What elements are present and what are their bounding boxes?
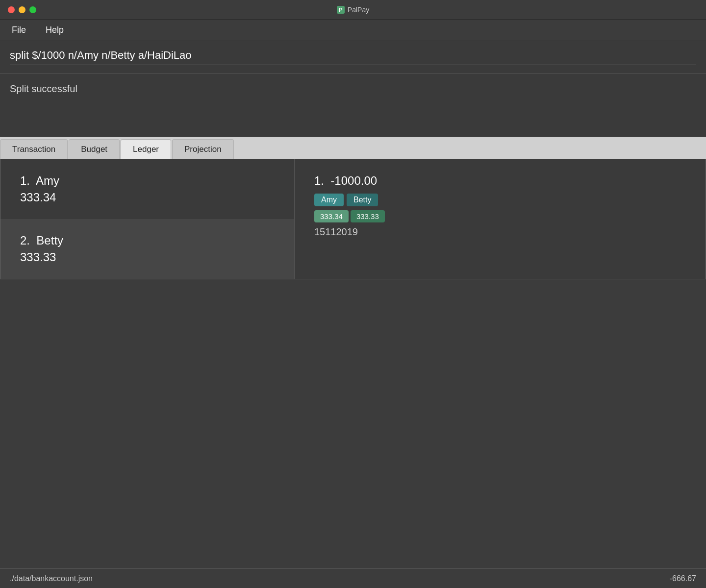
tab-transaction[interactable]: Transaction <box>0 139 68 159</box>
status-bar: ./data/bankaccount.json -666.67 <box>0 568 706 588</box>
tab-budget[interactable]: Budget <box>69 139 120 159</box>
person-2-label: 2. Betty <box>20 234 275 247</box>
app-icon: P <box>337 6 345 14</box>
amounts-row: 333.34 333.33 <box>314 210 686 222</box>
tabs-container: Transaction Budget Ledger Projection <box>0 137 706 159</box>
split-amount-amy: 333.34 <box>314 210 349 222</box>
transaction-date: 15112019 <box>314 226 686 238</box>
person-2-amount: 333.33 <box>20 250 275 264</box>
tab-ledger[interactable]: Ledger <box>121 139 171 159</box>
status-balance: -666.67 <box>670 574 696 583</box>
menu-file[interactable]: File <box>8 23 30 37</box>
status-filepath: ./data/bankaccount.json <box>10 574 93 583</box>
split-amount-betty: 333.33 <box>351 210 385 222</box>
close-button[interactable] <box>8 6 15 13</box>
person-card-amy: 1. Amy 333.34 <box>0 159 294 219</box>
tab-projection[interactable]: Projection <box>172 139 234 159</box>
minimize-button[interactable] <box>19 6 25 13</box>
command-area <box>0 41 706 74</box>
app-title: PalPay <box>348 6 369 14</box>
right-panel: 1. -1000.00 Amy Betty 333.34 333.33 1511… <box>295 159 706 279</box>
left-panel: 1. Amy 333.34 2. Betty 333.33 <box>0 159 295 279</box>
panels-area: 1. Amy 333.34 2. Betty 333.33 1. -1000.0… <box>0 159 706 279</box>
person-card-betty: 2. Betty 333.33 <box>0 219 294 279</box>
maximize-button[interactable] <box>29 6 36 13</box>
tag-betty: Betty <box>347 194 378 206</box>
tags-row: Amy Betty <box>314 194 686 206</box>
app-title-area: P PalPay <box>337 6 369 14</box>
transaction-amount: 1. -1000.00 <box>314 174 686 188</box>
command-input[interactable] <box>10 49 696 65</box>
tag-amy: Amy <box>314 194 344 206</box>
window-controls <box>8 6 36 13</box>
transaction-entry-1: 1. -1000.00 Amy Betty 333.34 333.33 1511… <box>314 174 686 238</box>
output-text: Split successful <box>10 83 696 95</box>
menu-help[interactable]: Help <box>42 23 68 37</box>
title-bar: P PalPay <box>0 0 706 20</box>
menu-bar: File Help <box>0 20 706 41</box>
person-1-amount: 333.34 <box>20 191 275 204</box>
output-area: Split successful <box>0 74 706 137</box>
person-1-label: 1. Amy <box>20 174 275 188</box>
